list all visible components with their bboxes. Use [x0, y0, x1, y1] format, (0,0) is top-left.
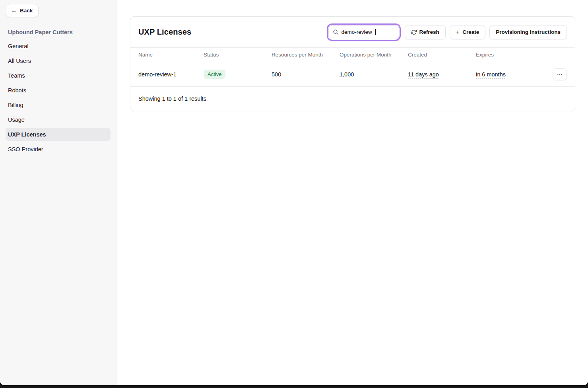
create-button-label: Create	[462, 29, 479, 35]
sidebar-item-label: Teams	[8, 72, 25, 79]
license-created-cell: 11 days ago	[408, 71, 476, 78]
table-header-row: Name Status Resources per Month Operatio…	[130, 47, 575, 62]
sidebar-item-label: General	[8, 43, 29, 49]
create-button[interactable]: + Create	[450, 25, 485, 39]
sidebar-item-label: Usage	[8, 117, 25, 123]
sidebar-item-label: All Users	[8, 58, 31, 64]
sidebar: ← Back Upbound Paper Cutters General All…	[0, 0, 116, 385]
column-header-resources: Resources per Month	[272, 52, 340, 58]
plus-icon: +	[456, 29, 460, 35]
uxp-licenses-panel: UXP Licenses demo-review	[130, 16, 575, 111]
license-expires-cell: in 6 months	[476, 71, 541, 78]
sidebar-item-teams[interactable]: Teams	[6, 69, 111, 82]
sidebar-item-label: Robots	[8, 87, 26, 94]
column-header-created: Created	[408, 52, 476, 58]
ellipsis-icon	[557, 71, 563, 78]
sidebar-item-label: Billing	[8, 102, 23, 108]
text-caret	[375, 29, 376, 35]
page-title: UXP Licenses	[138, 27, 191, 37]
arrow-left-icon: ←	[11, 7, 17, 13]
sidebar-item-usage[interactable]: Usage	[6, 113, 111, 126]
sidebar-item-sso-provider[interactable]: SSO Provider	[6, 142, 111, 156]
back-button-label: Back	[20, 8, 33, 14]
search-input-value: demo-review	[342, 29, 372, 35]
sidebar-item-general[interactable]: General	[6, 39, 111, 53]
provisioning-instructions-button[interactable]: Provisioning Instructions	[489, 25, 567, 39]
search-input[interactable]: demo-review	[328, 25, 399, 39]
main-content: UXP Licenses demo-review	[116, 0, 588, 385]
row-actions-button[interactable]	[553, 68, 567, 80]
column-header-status: Status	[204, 52, 272, 58]
results-count: Showing 1 to 1 of 1 results	[130, 87, 575, 111]
refresh-icon	[411, 29, 417, 35]
panel-header: UXP Licenses demo-review	[130, 17, 575, 47]
app-window: ← Back Upbound Paper Cutters General All…	[0, 0, 588, 385]
search-icon	[333, 29, 339, 35]
sidebar-item-label: SSO Provider	[8, 146, 43, 152]
refresh-button[interactable]: Refresh	[405, 25, 446, 39]
column-header-operations: Operations per Month	[340, 52, 408, 58]
license-status-cell: Active	[204, 70, 272, 79]
expires-relative-time[interactable]: in 6 months	[476, 71, 506, 78]
license-resources: 500	[272, 71, 340, 78]
sidebar-item-all-users[interactable]: All Users	[6, 54, 111, 67]
license-name: demo-review-1	[138, 71, 204, 78]
refresh-button-label: Refresh	[419, 29, 439, 35]
org-name: Upbound Paper Cutters	[6, 25, 111, 39]
column-header-expires: Expires	[476, 52, 541, 58]
license-actions-cell	[541, 68, 567, 80]
created-relative-time[interactable]: 11 days ago	[408, 71, 439, 78]
back-button[interactable]: ← Back	[6, 4, 39, 17]
sidebar-nav: Upbound Paper Cutters General All Users …	[0, 25, 116, 156]
table-row: demo-review-1 Active 500 1,000 11 days a…	[130, 62, 575, 87]
sidebar-item-label: UXP Licenses	[8, 131, 46, 138]
sidebar-item-robots[interactable]: Robots	[6, 84, 111, 97]
license-operations: 1,000	[340, 71, 408, 78]
provisioning-button-label: Provisioning Instructions	[496, 29, 561, 35]
sidebar-item-billing[interactable]: Billing	[6, 98, 111, 111]
sidebar-item-uxp-licenses[interactable]: UXP Licenses	[6, 128, 111, 141]
panel-controls: demo-review Refresh + Create	[328, 25, 567, 39]
column-header-name: Name	[138, 52, 204, 58]
status-badge: Active	[204, 70, 225, 79]
